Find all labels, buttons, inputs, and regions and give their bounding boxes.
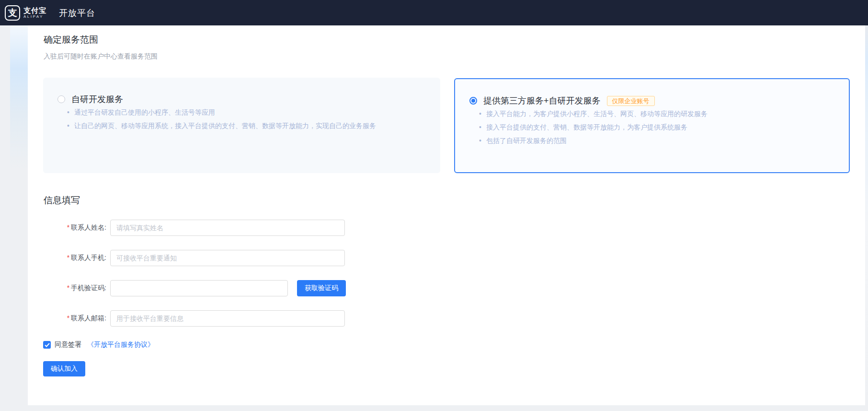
get-sms-code-button[interactable]: 获取验证码 <box>297 280 346 296</box>
bullet-item: 通过平台研发自己使用的小程序、生活号等应用 <box>67 106 376 119</box>
option-head-self-dev: 自研开发服务 <box>57 94 123 105</box>
main-content-panel: 确定服务范围 入驻后可随时在账户中心查看服务范围 自研开发服务 通过平台研发自己… <box>28 25 865 405</box>
sms-code-input[interactable] <box>110 280 288 296</box>
form-row-contact-email: *联系人邮箱: <box>44 310 345 327</box>
contact-name-input[interactable] <box>110 220 345 236</box>
option-card-third-party[interactable]: 提供第三方服务+自研开发服务 仅限企业账号 接入平台能力，为客户提供小程序、生活… <box>454 78 850 173</box>
radio-third-party[interactable] <box>469 97 477 105</box>
required-marker: * <box>67 254 69 261</box>
right-edge-decoration <box>865 0 868 411</box>
top-header-bar: 支 支付宝 ALIPAY 开放平台 <box>0 0 868 25</box>
alipay-logo-text: 支付宝 ALIPAY <box>23 7 46 19</box>
form-row-sms-code: *手机验证码: 获取验证码 <box>44 280 346 296</box>
alipay-open-platform-page: 支 支付宝 ALIPAY 开放平台 确定服务范围 入驻后可随时在账户中心查看服务… <box>0 0 868 411</box>
service-agreement-link[interactable]: 《开放平台服务协议》 <box>87 341 154 349</box>
alipay-brand-en: ALIPAY <box>23 15 46 19</box>
bullet-item: 包括了自研开发服务的范围 <box>479 134 708 147</box>
alipay-logo-glyph: 支 <box>8 7 17 19</box>
bullet-item: 让自己的网页、移动等应用系统，接入平台提供的支付、营销、数据等开放能力，实现自己… <box>67 119 376 132</box>
contact-name-label: *联系人姓名: <box>44 223 106 232</box>
contact-phone-label: *联系人手机: <box>44 254 106 262</box>
form-row-contact-name: *联系人姓名: <box>44 220 345 236</box>
service-scope-subtitle: 入驻后可随时在账户中心查看服务范围 <box>44 52 158 61</box>
option-label-self-dev: 自研开发服务 <box>71 94 123 105</box>
contact-phone-input[interactable] <box>110 250 345 266</box>
page-title: 开放平台 <box>59 7 95 19</box>
radio-self-dev[interactable] <box>57 95 65 103</box>
required-marker: * <box>67 284 69 292</box>
bullet-item: 接入平台提供的支付、营销、数据等开放能力，为客户提供系统服务 <box>479 120 708 134</box>
form-row-contact-phone: *联系人手机: <box>44 250 345 266</box>
contact-email-input[interactable] <box>110 310 345 327</box>
enterprise-only-badge: 仅限企业账号 <box>607 96 655 106</box>
agreement-checkbox[interactable] <box>43 341 51 349</box>
bullet-item: 接入平台能力，为客户提供小程序、生活号、网页、移动等应用的研发服务 <box>479 107 708 120</box>
option-label-third-party: 提供第三方服务+自研开发服务 <box>483 95 601 106</box>
service-scope-title: 确定服务范围 <box>44 34 98 46</box>
contact-email-label: *联系人邮箱: <box>44 314 106 323</box>
option-head-third-party: 提供第三方服务+自研开发服务 仅限企业账号 <box>469 95 655 106</box>
left-edge-decoration <box>10 25 28 169</box>
agreement-text: 同意签署 <box>55 341 81 349</box>
alipay-logo-icon: 支 <box>5 5 20 21</box>
required-marker: * <box>67 223 69 231</box>
alipay-logo[interactable]: 支 支付宝 ALIPAY <box>5 5 46 21</box>
confirm-join-button[interactable]: 确认加入 <box>43 361 85 376</box>
check-icon <box>45 343 50 347</box>
alipay-brand-cn: 支付宝 <box>23 7 46 14</box>
required-marker: * <box>67 314 69 322</box>
option-bullets-self-dev: 通过平台研发自己使用的小程序、生活号等应用 让自己的网页、移动等应用系统，接入平… <box>67 106 376 132</box>
agreement-row: 同意签署 《开放平台服务协议》 <box>43 341 154 349</box>
option-bullets-third-party: 接入平台能力，为客户提供小程序、生活号、网页、移动等应用的研发服务 接入平台提供… <box>479 107 708 147</box>
sms-code-label: *手机验证码: <box>44 284 106 293</box>
info-form-title: 信息填写 <box>44 194 80 207</box>
option-card-self-dev[interactable]: 自研开发服务 通过平台研发自己使用的小程序、生活号等应用 让自己的网页、移动等应… <box>43 78 440 173</box>
